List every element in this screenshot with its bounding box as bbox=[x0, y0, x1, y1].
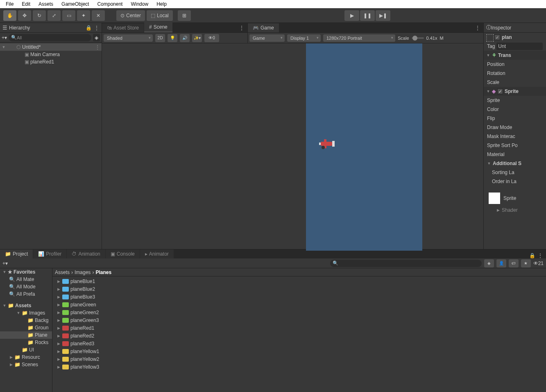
scale-tool[interactable]: ⤢ bbox=[48, 10, 61, 21]
hierarchy-main-camera[interactable]: ▣ Main Camera bbox=[0, 51, 102, 58]
pause-button[interactable]: ❚❚ bbox=[360, 10, 375, 21]
fav-all-materials[interactable]: 🔍 All Mate bbox=[0, 276, 52, 283]
hidden-toggle[interactable]: 👁 0 bbox=[204, 34, 219, 42]
asset-planeBlue2[interactable]: ▶planeBlue2 bbox=[52, 285, 546, 293]
tab-scene[interactable]: # Scene bbox=[144, 23, 172, 32]
lighting-toggle[interactable]: 💡 bbox=[168, 34, 177, 42]
audio-toggle[interactable]: 🔊 bbox=[180, 34, 190, 42]
fx-toggle[interactable]: ✨▾ bbox=[192, 34, 202, 42]
folder-ui[interactable]: 📁 UI bbox=[0, 346, 52, 353]
scene-row[interactable]: ▼ ⬡ Untitled* ⋮ bbox=[0, 43, 102, 51]
tab-console[interactable]: ▣Console bbox=[106, 249, 140, 258]
game-mode-dropdown[interactable]: Game bbox=[249, 34, 285, 42]
additional-settings[interactable]: Additional S bbox=[493, 161, 521, 166]
lock-icon-bottom[interactable]: 🔒 bbox=[529, 253, 535, 258]
tab-game[interactable]: 🎮 Game bbox=[248, 23, 279, 32]
folder-plane[interactable]: 📁 Plane bbox=[0, 331, 52, 339]
folder-images[interactable]: ▼📁 Images bbox=[0, 309, 52, 317]
assets-header[interactable]: ▼📁 Assets bbox=[0, 302, 52, 309]
hand-tool[interactable]: ✋ bbox=[3, 10, 16, 21]
maximize-label[interactable]: M bbox=[440, 36, 443, 41]
asset-planeBlue1[interactable]: ▶planeBlue1 bbox=[52, 277, 546, 285]
filter-type-icon[interactable]: ◈ bbox=[484, 259, 494, 267]
rect-tool[interactable]: ▭ bbox=[62, 10, 75, 21]
tab-project[interactable]: 📁Project bbox=[0, 249, 33, 258]
menu-assets[interactable]: Assets bbox=[34, 0, 57, 8]
project-search[interactable]: 🔍 bbox=[330, 260, 482, 267]
pivot-center[interactable]: ⊙Center bbox=[116, 10, 145, 21]
menu-edit[interactable]: Edit bbox=[18, 0, 34, 8]
asset-planeYellow2[interactable]: ▶planeYellow2 bbox=[52, 355, 546, 363]
fav-all-prefabs[interactable]: 🔍 All Prefa bbox=[0, 290, 52, 298]
lock-icon[interactable]: 🔒 bbox=[86, 25, 92, 31]
shading-mode-dropdown[interactable]: Shaded bbox=[104, 34, 153, 42]
shader-label[interactable]: Shader bbox=[502, 207, 518, 213]
hierarchy-plane-red[interactable]: ▣ planeRed1 bbox=[0, 58, 102, 66]
tab-profiler[interactable]: 📊Profiler bbox=[33, 249, 66, 258]
asset-planeYellow3[interactable]: ▶planeYellow3 bbox=[52, 363, 546, 371]
folder-backg[interactable]: 📁 Backg bbox=[0, 317, 52, 324]
asset-planeGreen3[interactable]: ▶planeGreen3 bbox=[52, 316, 546, 324]
2d-toggle[interactable]: 2D bbox=[155, 34, 165, 42]
game-tab-menu-icon[interactable]: ⋮ bbox=[472, 23, 483, 32]
search-dropdown-icon[interactable]: ◈ bbox=[93, 34, 100, 41]
tab-animator[interactable]: ▸Animator bbox=[140, 249, 174, 258]
snap-tool[interactable]: ⊞ bbox=[178, 10, 191, 21]
material-preview[interactable] bbox=[489, 193, 500, 204]
folder-rocks[interactable]: 📁 Rocks bbox=[0, 339, 52, 346]
asset-planeGreen2[interactable]: ▶planeGreen2 bbox=[52, 308, 546, 316]
filter-label-icon[interactable]: 🏷 bbox=[509, 259, 519, 267]
favorites-header[interactable]: ▼★ Favorites bbox=[0, 268, 52, 276]
custom-tool[interactable]: ✕ bbox=[92, 10, 105, 21]
crumb-assets[interactable]: Assets bbox=[55, 270, 70, 275]
menu-help[interactable]: Help bbox=[152, 0, 171, 8]
step-button[interactable]: ▶❚ bbox=[376, 10, 390, 21]
pivot-local[interactable]: ⬚Local bbox=[147, 10, 173, 21]
asset-planeYellow1[interactable]: ▶planeYellow1 bbox=[52, 347, 546, 355]
folder-scenes[interactable]: ▶📁 Scenes bbox=[0, 361, 52, 368]
menu-icon-bottom[interactable]: ⋮ bbox=[538, 253, 543, 258]
menu-file[interactable]: File bbox=[2, 0, 18, 8]
menu-component[interactable]: Component bbox=[93, 0, 127, 8]
hierarchy-icon: ☰ bbox=[2, 25, 7, 31]
tag-dropdown[interactable]: Unt bbox=[496, 43, 543, 50]
tab-animation[interactable]: ⏱Animation bbox=[67, 249, 105, 258]
scene-menu-icon[interactable]: ⋮ bbox=[95, 44, 100, 50]
transform-header[interactable]: ▼ ⚘ Trans bbox=[484, 51, 546, 60]
active-checkbox[interactable]: ✓ bbox=[494, 34, 500, 40]
crumb-images[interactable]: Images bbox=[75, 270, 91, 275]
folder-resourc[interactable]: ▶📁 Resourc bbox=[0, 353, 52, 361]
play-button[interactable]: ▶ bbox=[344, 10, 359, 21]
create-dropdown[interactable]: +▾ bbox=[2, 35, 7, 41]
transform-tool[interactable]: ✦ bbox=[77, 10, 90, 21]
favorite-icon[interactable]: ★ bbox=[521, 259, 531, 267]
filter-people-icon[interactable]: 👤 bbox=[496, 259, 506, 267]
asset-planeBlue3[interactable]: ▶planeBlue3 bbox=[52, 293, 546, 301]
hierarchy-search[interactable]: 🔍 All bbox=[9, 34, 91, 41]
display-dropdown[interactable]: Display 1 bbox=[287, 34, 321, 42]
scale-slider[interactable] bbox=[412, 37, 424, 39]
resolution-dropdown[interactable]: 1280x720 Portrait bbox=[323, 34, 395, 42]
menu-icon[interactable]: ⋮ bbox=[94, 25, 99, 31]
asset-planeRed1[interactable]: ▶planeRed1 bbox=[52, 324, 546, 332]
asset-planeRed3[interactable]: ▶planeRed3 bbox=[52, 340, 546, 347]
asset-planeGreen[interactable]: ▶planeGreen bbox=[52, 301, 546, 308]
object-name[interactable]: plan bbox=[502, 34, 512, 40]
create-dropdown-project[interactable]: +▾ bbox=[2, 261, 8, 266]
inspector-panel: ⓘ Inspector ⬚ ✓ plan Tag Unt ▼ ⚘ Trans P… bbox=[483, 23, 546, 249]
crumb-planes[interactable]: Planes bbox=[95, 270, 111, 275]
profiler-icon: 📊 bbox=[38, 251, 44, 257]
menu-window[interactable]: Window bbox=[127, 0, 152, 8]
sprite-renderer-header[interactable]: ▼ ◈ ✓ Sprite bbox=[484, 87, 546, 96]
hidden-count[interactable]: 👁21 bbox=[533, 261, 544, 266]
tab-asset-store[interactable]: 🛍 Asset Store bbox=[102, 23, 144, 32]
folder-groun[interactable]: 📁 Groun bbox=[0, 324, 52, 331]
rotate-tool[interactable]: ↻ bbox=[33, 10, 46, 21]
move-tool[interactable]: ✥ bbox=[18, 10, 31, 21]
sprite-renderer-enabled[interactable]: ✓ bbox=[497, 88, 503, 94]
menu-gameobject[interactable]: GameObject bbox=[57, 0, 93, 8]
scale-label: Scale bbox=[398, 36, 409, 41]
tab-menu-icon[interactable]: ⋮ bbox=[236, 23, 247, 32]
asset-planeRed2[interactable]: ▶planeRed2 bbox=[52, 332, 546, 340]
fav-all-models[interactable]: 🔍 All Mode bbox=[0, 283, 52, 290]
